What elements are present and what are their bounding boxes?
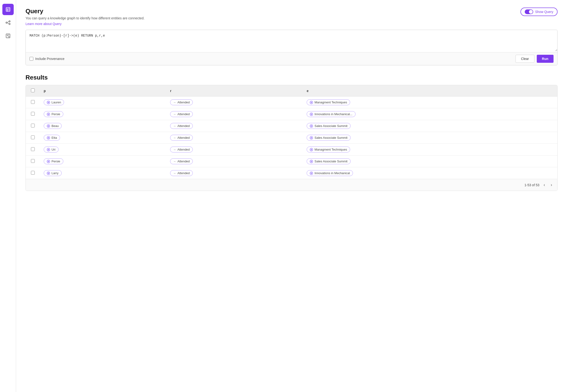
provenance-checkbox[interactable] [30, 57, 33, 61]
sidebar [0, 0, 16, 392]
cell-p: Larry [40, 167, 166, 179]
person-name: Etta [51, 136, 57, 140]
relation-label: Attended [178, 148, 190, 151]
table-row: Larry→AttendedInnovations in Mechanical [26, 167, 557, 179]
pill-dot [310, 160, 313, 163]
show-query-label: Show Query [535, 10, 553, 14]
relation-label: Attended [178, 136, 190, 140]
results-table-wrapper: p r e Lauren→AttendedManagment Technique… [26, 85, 558, 191]
query-title-section: Query You can query a knowledge graph to… [26, 8, 145, 26]
pill-relation: →Attended [170, 158, 193, 164]
run-button[interactable]: Run [537, 55, 553, 63]
table-row: Persie→AttendedSales Associate Summit [26, 155, 557, 167]
cell-r: →Attended [166, 167, 303, 179]
table-row: Lauren→AttendedManagment Techniques [26, 97, 557, 108]
svg-rect-0 [6, 8, 10, 12]
row-checkbox[interactable] [31, 136, 35, 139]
arrow-icon: → [173, 148, 176, 151]
pill-person: Lauren [44, 99, 64, 105]
pill-dot [47, 148, 50, 151]
entity-name: Sales Associate Summit [314, 160, 347, 163]
row-checkbox[interactable] [31, 112, 35, 116]
pill-person: Etta [44, 135, 60, 141]
arrow-icon: → [173, 136, 176, 140]
table-row: Etta→AttendedSales Associate Summit [26, 132, 557, 144]
cell-e: Sales Associate Summit [303, 132, 557, 144]
relation-label: Attended [178, 124, 190, 128]
cell-e: Innovations in Mechanical... [303, 108, 557, 120]
pill-dot [47, 160, 50, 163]
show-query-toggle[interactable]: Show Query [521, 8, 558, 16]
toggle-switch-icon [525, 9, 533, 14]
person-name: Persie [51, 160, 60, 163]
cell-r: →Attended [166, 120, 303, 132]
pill-person: Persie [44, 158, 63, 164]
query-textarea[interactable]: MATCH (p:Person)-[r]->(e) RETURN p,r,e [26, 30, 557, 51]
row-checkbox[interactable] [31, 171, 35, 175]
arrow-icon: → [173, 101, 176, 104]
pill-dot [47, 172, 50, 175]
pill-dot [310, 172, 313, 175]
table-icon [5, 7, 11, 12]
sidebar-item-table[interactable] [2, 4, 14, 15]
svg-point-6 [9, 23, 10, 25]
sidebar-item-edit[interactable] [2, 30, 14, 42]
query-actions: Clear Run [516, 55, 553, 63]
cell-r: →Attended [166, 132, 303, 144]
header-e: e [303, 85, 557, 97]
cell-e: Managment Techniques [303, 144, 557, 155]
pill-entity: Innovations in Mechanical [307, 170, 353, 176]
person-name: Beau [51, 124, 59, 128]
entity-name: Innovations in Mechanical [314, 171, 350, 175]
person-name: Persie [51, 112, 60, 116]
pill-entity: Managment Techniques [307, 147, 350, 153]
sidebar-item-graph[interactable] [2, 17, 14, 28]
cell-p: Etta [40, 132, 166, 144]
learn-more-link[interactable]: Learn more about Query [26, 22, 62, 26]
query-header: Query You can query a knowledge graph to… [26, 8, 558, 26]
query-box: MATCH (p:Person)-[r]->(e) RETURN p,r,e I… [26, 30, 558, 65]
row-checkbox[interactable] [31, 100, 35, 104]
row-check-cell [26, 120, 40, 132]
person-name: Lauren [51, 100, 61, 104]
arrow-icon: → [173, 172, 176, 175]
provenance-label[interactable]: Include Provenance [30, 57, 64, 61]
pill-relation: →Attended [170, 147, 193, 153]
pill-dot [47, 112, 50, 116]
svg-line-7 [7, 21, 9, 22]
relation-label: Attended [178, 112, 190, 116]
results-title: Results [26, 74, 558, 81]
query-footer: Include Provenance Clear Run [26, 52, 557, 65]
pagination-prev-button[interactable]: ‹ [542, 182, 546, 188]
clear-button[interactable]: Clear [516, 55, 534, 63]
cell-p: Lauren [40, 97, 166, 108]
pill-entity: Innovations in Mechanical... [307, 111, 355, 117]
person-name: Larry [51, 171, 59, 175]
pill-relation: →Attended [170, 135, 193, 141]
row-check-cell [26, 132, 40, 144]
pill-entity: Sales Associate Summit [307, 123, 350, 129]
table-row: Beau→AttendedSales Associate Summit [26, 120, 557, 132]
row-checkbox[interactable] [31, 159, 35, 163]
page-subtitle: You can query a knowledge graph to ident… [26, 16, 145, 20]
pill-entity: Sales Associate Summit [307, 135, 350, 141]
cell-r: →Attended [166, 155, 303, 167]
pagination-next-button[interactable]: › [549, 182, 553, 188]
graph-icon [5, 20, 11, 25]
arrow-icon: → [173, 160, 176, 163]
row-checkbox[interactable] [31, 147, 35, 151]
header-check-col [26, 85, 40, 97]
select-all-checkbox[interactable] [31, 88, 35, 92]
cell-r: →Attended [166, 97, 303, 108]
pill-entity: Sales Associate Summit [307, 158, 350, 164]
row-check-cell [26, 108, 40, 120]
table-row: Uri→AttendedManagment Techniques [26, 144, 557, 155]
pill-entity: Managment Techniques [307, 99, 350, 105]
row-checkbox[interactable] [31, 124, 35, 127]
cell-p: Beau [40, 120, 166, 132]
entity-name: Sales Associate Summit [314, 136, 347, 140]
cell-r: →Attended [166, 144, 303, 155]
pill-relation: →Attended [170, 111, 193, 117]
arrow-icon: → [173, 112, 176, 116]
row-check-cell [26, 97, 40, 108]
